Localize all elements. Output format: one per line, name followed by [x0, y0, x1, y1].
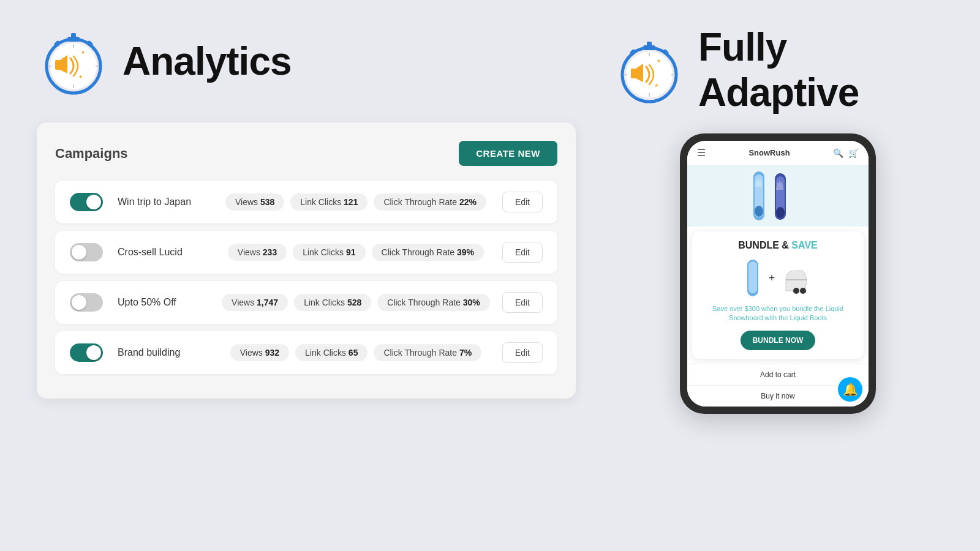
edit-button-2[interactable]: Edit [502, 292, 543, 313]
views-stat-2: Views 1,747 [222, 294, 288, 311]
svg-rect-33 [748, 261, 757, 293]
phone-top-bar: ☰ SnowRush 🔍 🛒 [687, 141, 869, 165]
campaign-row: Upto 50% Off Views 1,747 Link Clicks 528… [55, 281, 557, 324]
svg-point-34 [793, 288, 799, 294]
analytics-logo: ★ ★ [37, 24, 110, 98]
ctr-stat-0: Click Through Rate 22% [374, 193, 486, 211]
bundle-description: Save over $300 when you bundle the Liqui… [701, 304, 855, 323]
campaign-stats-0: Views 538 Link Clicks 121 Click Through … [216, 193, 496, 211]
nav-icons: 🔍 🛒 [833, 148, 859, 158]
campaigns-panel: Campaigns CREATE NEW Win trip to Japan V… [37, 122, 576, 399]
ctr-stat-2: Click Through Rate 30% [377, 294, 490, 311]
left-section: ★ ★ Analytics Campaigns CREATE NEW Win t… [37, 24, 576, 399]
campaign-name-2: Upto 50% Off [118, 297, 216, 308]
views-stat-1: Views 233 [228, 244, 287, 261]
search-icon[interactable]: 🔍 [833, 148, 843, 158]
views-stat-0: Views 538 [225, 193, 284, 211]
bell-icon: 🔔 [843, 382, 858, 397]
bundle-title: BUNDLE & SAVE [701, 240, 855, 251]
bundle-now-button[interactable]: BUNDLE NOW [741, 331, 816, 350]
views-stat-3: Views 932 [230, 344, 289, 361]
link-clicks-stat-0: Link Clicks 121 [290, 193, 368, 211]
campaign-name-3: Brand building [118, 347, 216, 358]
svg-point-28 [755, 206, 763, 217]
campaign-name-0: Win trip to Japan [118, 197, 216, 208]
svg-rect-3 [71, 33, 76, 39]
ctr-stat-3: Click Through Rate 7% [374, 344, 481, 361]
svg-point-35 [800, 288, 806, 294]
svg-rect-23 [631, 69, 637, 78]
left-header: ★ ★ Analytics [37, 24, 576, 98]
store-name: SnowRush [748, 148, 790, 157]
campaign-stats-3: Views 932 Link Clicks 65 Click Through R… [216, 344, 496, 361]
phone-screen: ☰ SnowRush 🔍 🛒 [687, 141, 869, 407]
right-section: ★ ★ Fully Adaptive ☰ SnowRush 🔍 🛒 [612, 24, 943, 414]
campaign-toggle-0[interactable] [70, 193, 103, 211]
campaign-row: Brand building Views 932 Link Clicks 65 … [55, 331, 557, 374]
edit-button-3[interactable]: Edit [502, 342, 543, 363]
campaign-stats-1: Views 233 Link Clicks 91 Click Through R… [216, 244, 496, 261]
bundle-card: BUNDLE & SAVE + [692, 231, 864, 359]
bundle-products: + [701, 258, 855, 298]
campaigns-header: Campaigns CREATE NEW [55, 141, 557, 166]
campaign-row: Win trip to Japan Views 538 Link Clicks … [55, 181, 557, 223]
edit-button-1[interactable]: Edit [502, 242, 543, 263]
product-image-area [687, 165, 869, 227]
svg-rect-16 [647, 42, 652, 48]
buy-now-bar: Buy it now 🔔 [687, 385, 869, 407]
save-text: SAVE [789, 240, 818, 250]
svg-point-31 [776, 207, 785, 218]
campaign-toggle-2[interactable] [70, 293, 103, 312]
analytics-title: Analytics [123, 39, 292, 84]
ctr-stat-1: Click Through Rate 39% [372, 244, 484, 261]
phone-mockup: ☰ SnowRush 🔍 🛒 [680, 133, 876, 414]
notification-bell[interactable]: 🔔 [838, 377, 862, 402]
svg-rect-10 [55, 60, 61, 70]
campaigns-title: Campaigns [55, 146, 128, 162]
link-clicks-stat-2: Link Clicks 528 [294, 294, 371, 311]
create-new-button[interactable]: CREATE NEW [459, 141, 557, 166]
campaign-toggle-3[interactable] [70, 343, 103, 362]
svg-text:★: ★ [81, 50, 85, 55]
bundle-text: BUNDLE & [738, 240, 789, 250]
svg-text:★: ★ [78, 74, 83, 80]
add-to-cart-text: Add to cart [760, 370, 796, 379]
plus-icon: + [769, 272, 775, 285]
cart-icon[interactable]: 🛒 [848, 148, 859, 158]
svg-text:★: ★ [654, 83, 658, 88]
right-header: ★ ★ Fully Adaptive [612, 24, 943, 115]
campaign-toggle-1[interactable] [70, 243, 103, 261]
fully-adaptive-logo: ★ ★ [612, 33, 686, 107]
buy-now-text: Buy it now [761, 392, 794, 400]
campaign-row: Cros-sell Lucid Views 233 Link Clicks 91… [55, 231, 557, 274]
link-clicks-stat-1: Link Clicks 91 [293, 244, 365, 261]
campaign-stats-2: Views 1,747 Link Clicks 528 Click Throug… [216, 294, 496, 311]
link-clicks-stat-3: Link Clicks 65 [295, 344, 368, 361]
edit-button-0[interactable]: Edit [502, 192, 543, 212]
campaigns-list: Win trip to Japan Views 538 Link Clicks … [55, 181, 557, 374]
hamburger-icon[interactable]: ☰ [697, 147, 706, 159]
campaign-name-1: Cros-sell Lucid [118, 247, 216, 258]
fully-adaptive-title: Fully Adaptive [698, 24, 943, 115]
svg-text:★: ★ [657, 58, 661, 64]
